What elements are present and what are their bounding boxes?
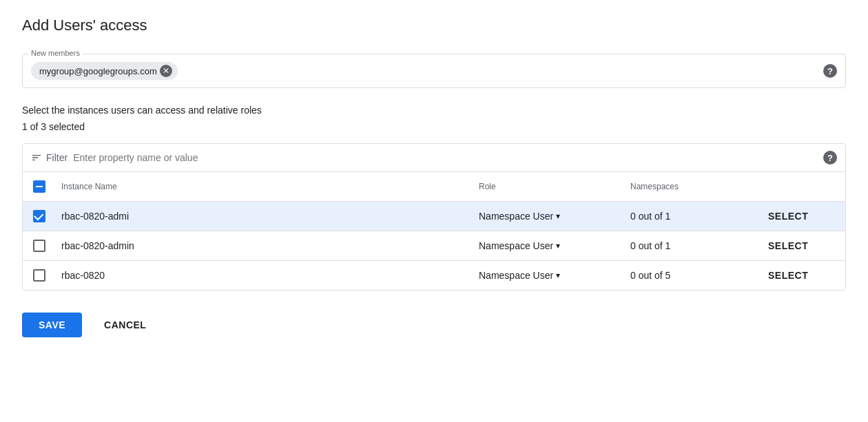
new-members-input-row: mygroup@googlegroups.com ✕ ? <box>23 54 845 87</box>
save-button[interactable]: SAVE <box>22 313 82 337</box>
row-1-role[interactable]: Namespace User ▾ <box>473 202 625 230</box>
row-3-namespaces: 0 out of 5 <box>625 262 763 289</box>
table-row: rbac-0820 Namespace User ▾ 0 out of 5 SE… <box>23 261 845 290</box>
row-3-select-cell[interactable]: SELECT <box>763 262 845 289</box>
table-row: rbac-0820-admi Namespace User ▾ 0 out of… <box>23 202 845 231</box>
row-2-select-link[interactable]: SELECT <box>768 240 808 251</box>
row-3-select-link[interactable]: SELECT <box>768 270 808 281</box>
member-chip[interactable]: mygroup@googlegroups.com ✕ <box>31 62 178 80</box>
filter-bar: Filter ? <box>23 144 845 172</box>
row-2-dropdown-arrow: ▾ <box>556 241 560 251</box>
actions-row: SAVE CANCEL <box>22 313 846 337</box>
filter-icon <box>31 152 42 163</box>
row-3-role[interactable]: Namespace User ▾ <box>473 262 625 289</box>
header-checkbox-cell[interactable] <box>23 172 56 201</box>
row-3-dropdown-arrow: ▾ <box>556 271 560 280</box>
new-members-legend: New members <box>28 49 83 57</box>
chip-label: mygroup@googlegroups.com <box>39 66 157 76</box>
row-2-select-cell[interactable]: SELECT <box>763 232 845 260</box>
row-3-instance-name: rbac-0820 <box>56 262 473 289</box>
filter-label: Filter <box>46 152 68 163</box>
filter-input[interactable] <box>73 152 823 163</box>
new-members-fieldset: New members mygroup@googlegroups.com ✕ ? <box>22 54 846 88</box>
instruction-text: Select the instances users can access an… <box>22 105 846 116</box>
row-1-select-cell[interactable]: SELECT <box>763 202 845 230</box>
filter-help-icon[interactable]: ? <box>823 151 837 165</box>
row-3-role-label: Namespace User <box>479 270 553 281</box>
row-2-role-dropdown[interactable]: Namespace User ▾ <box>479 240 560 251</box>
row-1-dropdown-arrow: ▾ <box>556 211 560 221</box>
row-2-checkbox[interactable] <box>33 240 45 252</box>
instances-table-container: Filter ? Instance Name Role Namespaces r… <box>22 143 846 291</box>
row-3-checkbox-cell[interactable] <box>23 261 56 290</box>
row-2-namespaces: 0 out of 1 <box>625 232 763 260</box>
row-2-checkbox-cell[interactable] <box>23 231 56 260</box>
header-instance-name: Instance Name <box>56 172 473 201</box>
selection-count: 1 of 3 selected <box>22 121 846 132</box>
row-2-role-label: Namespace User <box>479 240 553 251</box>
row-2-instance-name: rbac-0820-admin <box>56 232 473 260</box>
header-namespaces: Namespaces <box>625 172 763 201</box>
row-1-role-dropdown[interactable]: Namespace User ▾ <box>479 211 560 222</box>
header-role: Role <box>473 172 625 201</box>
page-title: Add Users' access <box>22 17 846 34</box>
row-1-checkbox[interactable] <box>33 210 45 222</box>
row-2-role[interactable]: Namespace User ▾ <box>473 232 625 260</box>
row-3-checkbox[interactable] <box>33 269 45 282</box>
chip-close-button[interactable]: ✕ <box>160 65 172 77</box>
new-members-section: New members mygroup@googlegroups.com ✕ ? <box>22 54 846 88</box>
row-1-instance-name: rbac-0820-admi <box>56 202 473 230</box>
row-1-select-link[interactable]: SELECT <box>768 211 808 222</box>
cancel-button[interactable]: CANCEL <box>93 313 157 337</box>
table-header: Instance Name Role Namespaces <box>23 172 845 202</box>
select-all-checkbox[interactable] <box>33 180 45 193</box>
row-1-namespaces: 0 out of 1 <box>625 202 763 230</box>
table-row: rbac-0820-admin Namespace User ▾ 0 out o… <box>23 231 845 261</box>
row-3-role-dropdown[interactable]: Namespace User ▾ <box>479 270 560 281</box>
row-1-checkbox-cell[interactable] <box>23 202 56 231</box>
header-action <box>763 172 845 201</box>
new-members-help-icon[interactable]: ? <box>823 64 837 78</box>
row-1-role-label: Namespace User <box>479 211 553 222</box>
